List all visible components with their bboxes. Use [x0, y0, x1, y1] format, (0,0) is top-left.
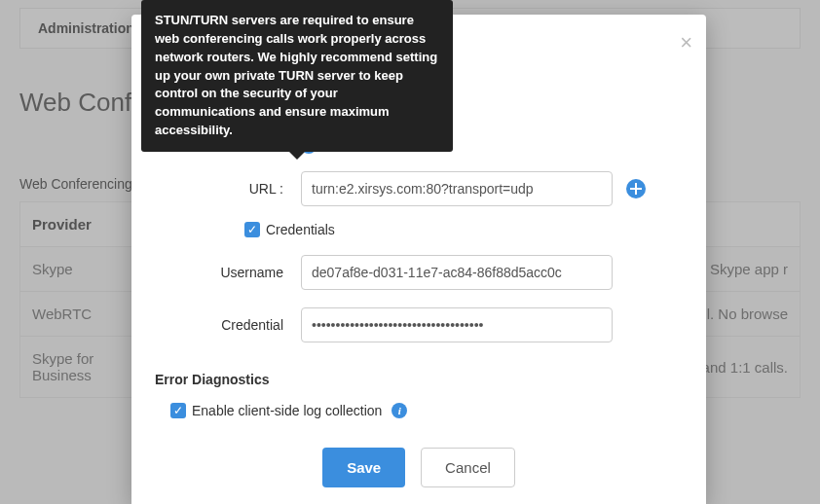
diagnostics-checkbox[interactable]: ✓	[170, 403, 186, 418]
diagnostics-label: Enable client-side log collection	[192, 403, 382, 418]
username-label: Username	[155, 265, 301, 280]
credential-label: Credential	[155, 317, 301, 333]
diagnostics-section-title: Error Diagnostics	[155, 372, 706, 387]
credential-input[interactable]	[301, 307, 613, 342]
close-icon[interactable]: ×	[680, 30, 692, 55]
stun-tooltip: STUN/TURN servers are required to ensure…	[141, 0, 453, 152]
credentials-checkbox[interactable]: ✓	[244, 222, 260, 237]
url-label: URL :	[155, 181, 301, 197]
save-button[interactable]: Save	[322, 448, 405, 487]
add-server-icon[interactable]	[626, 179, 646, 198]
credentials-label: Credentials	[266, 222, 335, 237]
username-input[interactable]	[301, 255, 613, 290]
info-icon[interactable]: i	[391, 403, 407, 418]
url-input[interactable]	[301, 171, 613, 206]
cancel-button[interactable]: Cancel	[421, 448, 515, 487]
